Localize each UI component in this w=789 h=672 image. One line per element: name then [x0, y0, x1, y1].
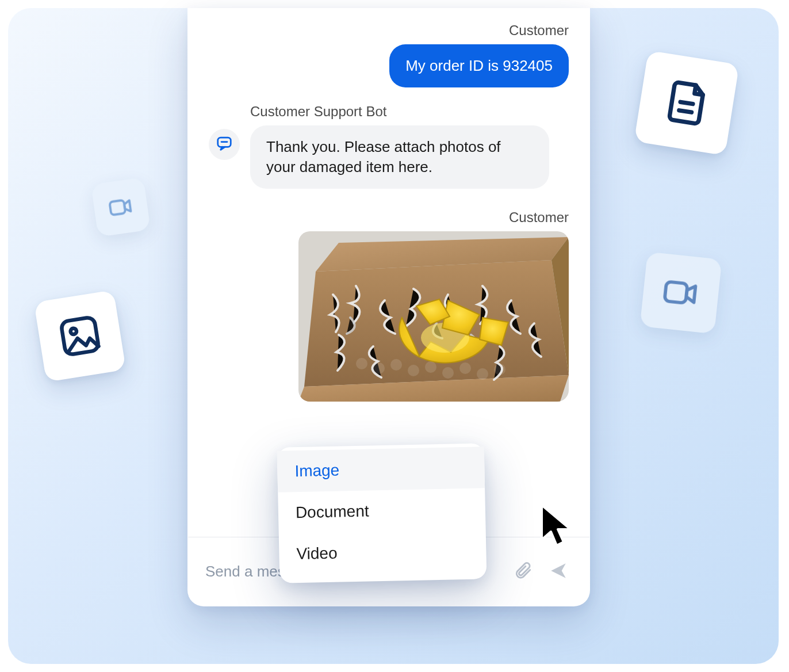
- document-icon: [658, 74, 716, 132]
- svg-rect-0: [109, 200, 125, 215]
- svg-point-21: [477, 368, 488, 380]
- sender-label: Customer Support Bot: [250, 104, 386, 120]
- svg-rect-5: [664, 281, 687, 303]
- chat-bubble-icon: [216, 135, 233, 154]
- svg-point-15: [373, 362, 385, 374]
- svg-point-16: [390, 359, 402, 371]
- svg-line-4: [679, 110, 692, 112]
- sender-label: Customer: [509, 22, 569, 39]
- svg-point-19: [442, 367, 454, 379]
- send-icon: [549, 561, 568, 582]
- message-customer-1: Customer My order ID is 932405: [209, 22, 569, 87]
- svg-point-20: [459, 362, 471, 374]
- svg-line-3: [680, 102, 693, 104]
- svg-point-14: [356, 358, 367, 369]
- bot-avatar: [209, 129, 240, 160]
- chat-body: Customer My order ID is 932405: [188, 9, 589, 498]
- video-icon: [660, 272, 703, 315]
- attach-menu-item-document[interactable]: Document: [278, 488, 485, 534]
- message-bot-1: Customer Support Bot Thank you. Please a…: [209, 104, 569, 189]
- image-icon-card: [34, 290, 126, 382]
- svg-point-17: [408, 365, 419, 376]
- image-icon: [54, 310, 105, 361]
- video-icon: [106, 192, 136, 222]
- attach-menu: Image Document Video: [277, 443, 487, 583]
- svg-point-18: [425, 361, 436, 373]
- message-bubble: Thank you. Please attach photos of your …: [250, 125, 549, 189]
- attach-menu-item-video[interactable]: Video: [279, 529, 487, 575]
- message-bubble: My order ID is 932405: [389, 44, 569, 87]
- send-button[interactable]: [545, 558, 572, 586]
- document-icon-card: [634, 50, 739, 155]
- sender-label: Customer: [509, 209, 569, 226]
- attach-button[interactable]: [509, 558, 537, 586]
- svg-point-2: [70, 328, 77, 335]
- message-customer-2: Customer: [209, 209, 569, 402]
- svg-rect-1: [61, 317, 99, 356]
- paperclip-icon: [513, 561, 533, 582]
- attach-menu-item-image[interactable]: Image: [277, 446, 485, 492]
- video-icon-card-small: [91, 177, 151, 237]
- video-icon-card-large: [640, 252, 722, 334]
- promo-stage: Customer My order ID is 932405: [8, 8, 779, 664]
- svg-point-22: [494, 364, 505, 375]
- attachment-image[interactable]: [298, 231, 569, 402]
